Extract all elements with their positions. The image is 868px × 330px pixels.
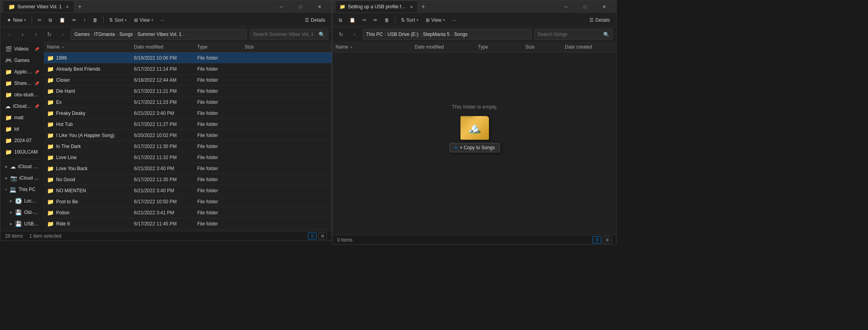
right-grid-view-btn[interactable]: ⊞ — [603, 236, 611, 244]
view-btn[interactable]: ⊞ View ▾ — [131, 16, 157, 24]
table-row[interactable]: 📁 1999 6/19/2022 10:06 PM File folder — [44, 52, 332, 64]
sidebar-item-thispc[interactable]: ▾ 💻 This PC — [2, 184, 42, 195]
share-btn[interactable]: ↑ — [80, 16, 89, 24]
left-sidebar: 🎬 Videos 📌 🎮 Games 📁 Applications 📌 📁 Sh… — [0, 41, 44, 231]
right-tab-active[interactable]: 📁 Setting up a USB profile f… ✕ — [336, 1, 417, 12]
right-tab-add[interactable]: + — [419, 2, 428, 11]
cut-btn[interactable]: ✂ — [34, 16, 45, 24]
table-row[interactable]: 📁 Freaky Deaky 6/21/2022 3:40 PM File fo… — [44, 108, 332, 119]
table-row[interactable]: 📁 Hot Tub 6/17/2022 11:27 PM File folder — [44, 119, 332, 130]
col-date-header[interactable]: Date modified — [131, 41, 194, 52]
right-col-size-header[interactable]: Size — [522, 41, 562, 52]
table-row[interactable]: 📁 No Good 6/17/2022 11:35 PM File folder — [44, 174, 332, 185]
new-btn[interactable]: ✦ New ▾ — [4, 15, 29, 25]
sidebar-item-icloud-photos[interactable]: ▶ 📷 iCloud Photos — [2, 172, 42, 184]
right-copy-btn[interactable]: ⧉ — [336, 16, 345, 24]
details-btn[interactable]: ☰ Details — [302, 16, 328, 24]
more-btn[interactable]: ··· — [157, 16, 168, 24]
right-expand-btn[interactable]: › — [349, 29, 360, 40]
list-view-btn[interactable]: ☰ — [308, 232, 317, 240]
sidebar-item-shared[interactable]: 📁 Shared Folde… 📌 — [2, 78, 42, 89]
right-cut-btn[interactable]: ✂ — [359, 16, 370, 24]
right-col-date-header[interactable]: Date modified — [411, 41, 475, 52]
right-close-btn[interactable]: ✕ — [595, 0, 613, 13]
sidebar-item-icloud-expand[interactable]: ▶ ☁ iCloud Drive — [2, 161, 42, 172]
search-icon[interactable]: 🔍 — [319, 32, 325, 38]
col-type-header[interactable]: Type — [194, 41, 242, 52]
right-search-box[interactable]: 🔍 — [534, 29, 613, 40]
left-maximize-btn[interactable]: □ — [291, 0, 309, 13]
right-back-btn[interactable]: ↻ — [336, 29, 347, 40]
right-list-view-btn[interactable]: ☰ — [593, 236, 601, 244]
up-btn[interactable]: ↑ — [30, 29, 42, 40]
right-view-btn[interactable]: ⊞ View ▾ — [423, 16, 448, 24]
sidebar-item-usb-e[interactable]: ▶ 💾 USB Drive (E:) — [2, 218, 42, 229]
right-col-type-header[interactable]: Type — [475, 41, 522, 52]
left-tab-close[interactable]: ✕ — [66, 5, 69, 9]
right-minimize-btn[interactable]: ─ — [557, 0, 575, 13]
table-row[interactable]: 📁 Post to Be 6/17/2022 10:50 PM File fol… — [44, 196, 332, 207]
sidebar-item-icloud-drive[interactable]: ☁ iCloud Drive 📌 — [2, 101, 42, 112]
paste-btn[interactable]: 📋 — [56, 16, 68, 24]
left-minimize-btn[interactable]: ─ — [272, 0, 291, 13]
sidebar-item-matt[interactable]: 📁 matt — [2, 112, 42, 123]
table-row[interactable]: 📁 I Like You (A Happier Song) 6/20/2022 … — [44, 130, 332, 141]
back-btn[interactable]: ‹ — [4, 29, 15, 40]
copy-btn[interactable]: ⧉ — [45, 16, 55, 24]
sidebar-item-videos[interactable]: 🎬 Videos 📌 — [2, 43, 42, 54]
file-type-cell: File folder — [194, 88, 242, 94]
left-tab-add[interactable]: + — [75, 2, 85, 11]
right-tab-close[interactable]: ✕ — [410, 5, 413, 9]
col-name-header[interactable]: Name ▲ — [44, 41, 131, 52]
grid-view-btn[interactable]: ⊞ — [318, 232, 327, 240]
rename-btn[interactable]: ✏ — [69, 16, 79, 24]
right-sort-btn[interactable]: ⇅ Sort ▾ — [398, 16, 422, 24]
right-col-created-header[interactable]: Date created — [562, 41, 616, 52]
table-row[interactable]: 📁 Closer 6/18/2022 12:44 AM File folder — [44, 75, 332, 86]
table-row[interactable]: 📁 Die Hard 6/17/2022 11:21 PM File folde… — [44, 86, 332, 97]
expand-nav-btn[interactable]: › — [57, 29, 68, 40]
sidebar-item-100jlcam[interactable]: 📁 100JLCAM — [2, 146, 42, 158]
sidebar-item-applications[interactable]: 📁 Applications 📌 — [2, 66, 42, 77]
sidebar-item-oldssd[interactable]: ▶ 💾 Old-SSD (D:) — [2, 207, 42, 218]
right-path-thispc: This PC — [366, 32, 383, 37]
copy-tooltip[interactable]: + + Copy to Songs — [449, 143, 500, 152]
sidebar-item-lol[interactable]: 📁 lol — [2, 124, 42, 135]
table-row[interactable]: 📁 Love Line 6/17/2022 11:32 PM File fold… — [44, 152, 332, 163]
right-title-bar: 📁 Setting up a USB profile f… ✕ + ─ □ ✕ — [332, 0, 616, 13]
table-row[interactable]: 📁 NO MIENTEN 6/21/2022 3:40 PM File fold… — [44, 185, 332, 196]
sidebar-item-localdisk[interactable]: ▶ 💽 Local Disk (C:) — [2, 195, 42, 206]
right-address-path[interactable]: This PC › USB Drive (E:) › StepMania 5 ›… — [362, 29, 532, 40]
folder-thumbnail[interactable]: 🏔️ — [460, 116, 489, 140]
left-tab-active[interactable]: 📁 Summer Vibes Vol. 1 ✕ — [4, 1, 74, 12]
right-search-input[interactable] — [538, 32, 601, 37]
sidebar-item-obs[interactable]: 📁 obs-studio-3… — [2, 89, 42, 100]
left-address-path[interactable]: Games › ITGmania › Songs › Summer Vibes … — [71, 29, 247, 40]
col-size-header[interactable]: Size — [242, 41, 273, 52]
forward-btn[interactable]: › — [17, 29, 28, 40]
sidebar-item-games[interactable]: 🎮 Games — [2, 55, 42, 66]
table-row[interactable]: 📁 In The Dark 6/17/2022 11:30 PM File fo… — [44, 141, 332, 152]
table-row[interactable]: 📁 Love You Back 6/21/2022 3:40 PM File f… — [44, 163, 332, 174]
left-search-input[interactable] — [253, 32, 316, 37]
path-sep-4: › — [183, 32, 184, 37]
left-close-btn[interactable]: ✕ — [310, 0, 328, 13]
sort-btn[interactable]: ⇅ Sort ▾ — [106, 16, 130, 24]
right-paste-btn[interactable]: 📋 — [346, 16, 359, 24]
sidebar-item-2024[interactable]: 📁 2024-07 — [2, 135, 42, 146]
right-search-icon[interactable]: 🔍 — [603, 32, 609, 38]
right-maximize-btn[interactable]: □ — [576, 0, 594, 13]
delete-btn[interactable]: 🗑 — [90, 16, 101, 24]
right-details-btn[interactable]: ☰ Details — [586, 16, 613, 24]
table-row[interactable]: 📁 Ride It 6/17/2022 11:45 PM File folder — [44, 218, 332, 229]
right-col-name-header[interactable]: Name ▲ — [332, 41, 411, 52]
table-row[interactable]: 📁 Ex 6/17/2022 11:23 PM File folder — [44, 97, 332, 108]
right-view-icon: ⊞ — [426, 17, 430, 23]
table-row[interactable]: 📁 Potion 6/21/2022 3:41 PM File folder — [44, 207, 332, 218]
right-delete-btn[interactable]: 🗑 — [381, 16, 392, 24]
table-row[interactable]: 📁 Already Best Friends 6/17/2022 11:14 P… — [44, 64, 332, 75]
left-search-box[interactable]: 🔍 — [249, 29, 328, 40]
right-more-btn[interactable]: ··· — [449, 16, 459, 24]
refresh-btn[interactable]: ↻ — [44, 29, 55, 40]
right-rename-btn[interactable]: ✏ — [370, 16, 381, 24]
